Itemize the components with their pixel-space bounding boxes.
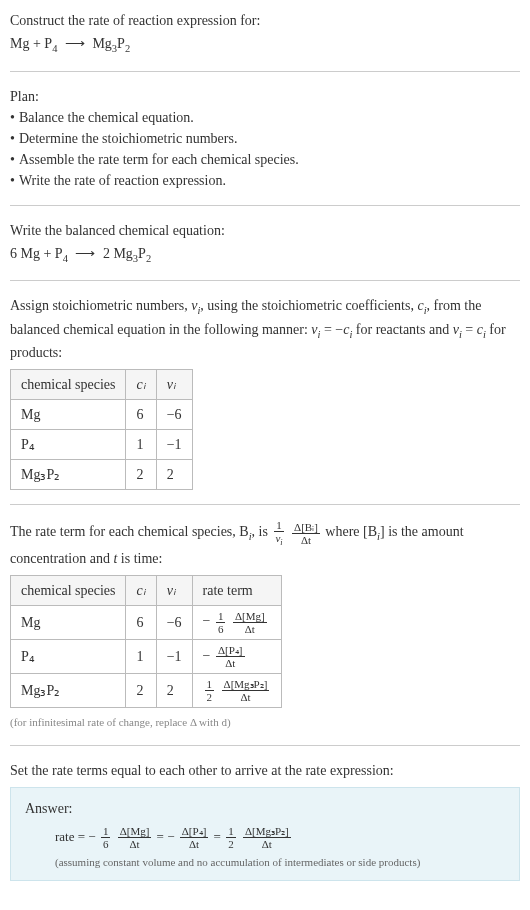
frac-num: 1 (101, 825, 111, 838)
plan-item-text: Write the rate of reaction expression. (19, 170, 226, 191)
frac-den: Δt (187, 838, 201, 850)
frac-den: 6 (216, 623, 226, 635)
cell-species: Mg (11, 605, 126, 639)
equals: = (214, 828, 225, 843)
frac-num: Δ[Bᵢ] (292, 521, 320, 534)
plan-item: •Assemble the rate term for each chemica… (10, 149, 520, 170)
cell-species: P₄ (11, 430, 126, 460)
table-row: Mg 6 −6 (11, 400, 193, 430)
cell-species: Mg₃P₂ (11, 673, 126, 707)
cell-nu: −6 (156, 400, 192, 430)
frac-den: Δt (243, 623, 257, 635)
coef-2: 2 (103, 246, 110, 261)
final-heading: Set the rate terms equal to each other t… (10, 760, 520, 781)
cell-c: 1 (126, 639, 156, 673)
assign-text: Assign stoichiometric numbers, νi, using… (10, 295, 520, 363)
fraction: 16 (101, 825, 111, 850)
frac-num: 1 (216, 610, 226, 623)
table-header-row: chemical species cᵢ νᵢ (11, 370, 193, 400)
plan-heading: Plan: (10, 86, 520, 107)
cell-rate-term: − Δ[P₄]Δt (192, 639, 282, 673)
fraction: Δ[P₄]Δt (216, 644, 245, 669)
table-row: Mg 6 −6 − 16 Δ[Mg]Δt (11, 605, 282, 639)
col-ci: cᵢ (126, 370, 156, 400)
bullet-icon: • (10, 107, 15, 128)
balanced-rhs-p: P (138, 246, 146, 261)
eq: = (462, 322, 477, 337)
table-row: Mg₃P₂ 2 2 (11, 460, 193, 490)
intro-section: Construct the rate of reaction expressio… (10, 10, 520, 57)
balanced-lhs-sub: 4 (63, 252, 68, 263)
frac-num: 1 (274, 519, 284, 532)
equals: = (74, 828, 88, 843)
cell-species: Mg₃P₂ (11, 460, 126, 490)
frac-num: Δ[P₄] (216, 644, 245, 657)
sub-i: i (280, 538, 282, 547)
coef-6: 6 (10, 246, 17, 261)
frac-num: Δ[P₄] (180, 825, 209, 838)
text: , is (252, 525, 272, 540)
balanced-section: Write the balanced chemical equation: 6 … (10, 220, 520, 267)
intro-lhs-sub: 4 (52, 43, 57, 54)
col-nui: νᵢ (156, 370, 192, 400)
cell-rate-term: − 16 Δ[Mg]Δt (192, 605, 282, 639)
balanced-lhs: Mg + P (21, 246, 63, 261)
answer-label: Answer: (25, 798, 505, 819)
text: where [B (325, 525, 377, 540)
ci-header: cᵢ (136, 377, 145, 392)
plan-item: •Write the rate of reaction expression. (10, 170, 520, 191)
cell-rate-term: 12 Δ[Mg₃P₂]Δt (192, 673, 282, 707)
eq-neg: = − (320, 322, 343, 337)
table-row: P₄ 1 −1 − Δ[P₄]Δt (11, 639, 282, 673)
divider (10, 504, 520, 505)
frac-den: 6 (101, 838, 111, 850)
cell-c: 2 (126, 673, 156, 707)
intro-equation: Mg + P4 ⟶ Mg3P2 (10, 33, 520, 57)
cell-nu: 2 (156, 460, 192, 490)
fraction: 1 νi (273, 519, 284, 547)
frac-num: Δ[Mg₃P₂] (243, 825, 291, 838)
rate-term-table: chemical species cᵢ νᵢ rate term Mg 6 −6… (10, 575, 282, 709)
plan-item: •Balance the chemical equation. (10, 107, 520, 128)
text: is time: (117, 551, 162, 566)
text: for reactants and (352, 322, 452, 337)
rateterm-section: The rate term for each chemical species,… (10, 519, 520, 730)
assign-section: Assign stoichiometric numbers, νi, using… (10, 295, 520, 490)
intro-lhs: Mg + P (10, 36, 52, 51)
frac-num: Δ[Mg] (233, 610, 267, 623)
table-header-row: chemical species cᵢ νᵢ rate term (11, 575, 282, 605)
stoichiometry-table: chemical species cᵢ νᵢ Mg 6 −6 P₄ 1 −1 M… (10, 369, 193, 490)
frac-den: Δt (260, 838, 274, 850)
fraction: Δ[Mg]Δt (118, 825, 152, 850)
divider (10, 205, 520, 206)
plan-section: Plan: •Balance the chemical equation. •D… (10, 86, 520, 191)
text: The rate term for each chemical species,… (10, 525, 249, 540)
cell-species: P₄ (11, 639, 126, 673)
table-row: P₄ 1 −1 (11, 430, 193, 460)
col-rate-term: rate term (192, 575, 282, 605)
nui-header: νᵢ (167, 377, 176, 392)
divider (10, 280, 520, 281)
frac-den: Δt (127, 838, 141, 850)
frac-den: 2 (205, 691, 215, 703)
frac-den: Δt (223, 657, 237, 669)
plan-item-text: Balance the chemical equation. (19, 107, 194, 128)
fraction: Δ[Mg]Δt (233, 610, 267, 635)
fraction: 12 (205, 678, 215, 703)
divider (10, 745, 520, 746)
rate-word: rate (55, 828, 74, 843)
frac-num: 1 (205, 678, 215, 691)
frac-den: νi (273, 532, 284, 547)
answer-box: Answer: rate = − 16 Δ[Mg]Δt = − Δ[P₄]Δt … (10, 787, 520, 882)
plan-item-text: Determine the stoichiometric numbers. (19, 128, 238, 149)
table-row: Mg₃P₂ 2 2 12 Δ[Mg₃P₂]Δt (11, 673, 282, 707)
balanced-rhs-mg: Mg (113, 246, 132, 261)
answer-assumption-note: (assuming constant volume and no accumul… (55, 854, 505, 871)
fraction: Δ[Bᵢ] Δt (292, 521, 320, 546)
neg-sign: − (203, 648, 211, 663)
cell-nu: 2 (156, 673, 192, 707)
frac-den: Δt (238, 691, 252, 703)
col-species: chemical species (11, 370, 126, 400)
final-section: Set the rate terms equal to each other t… (10, 760, 520, 882)
nui-header: νᵢ (167, 583, 176, 598)
